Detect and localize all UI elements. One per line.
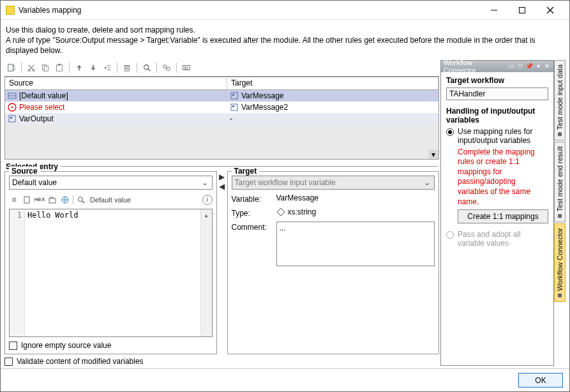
radio-use-mapping[interactable]: Use mapping rules for input/output varia… — [446, 127, 548, 145]
source-type-combo[interactable]: Default value ⌄ — [9, 176, 213, 190]
doc-icon[interactable] — [22, 195, 32, 205]
checkbox-label: Validate content of modified variables — [17, 357, 144, 366]
titlebar: Variables mapping — [1, 1, 569, 20]
triangle-right-icon: ▶ — [219, 172, 225, 181]
instructions-line1: Use this dialog to create, delete and so… — [6, 25, 564, 35]
radio-label: Use mapping rules for input/output varia… — [458, 127, 548, 145]
list-icon[interactable]: ≡ — [9, 195, 19, 205]
open-icon[interactable] — [47, 195, 57, 205]
handling-label: Handling of input/output variables — [446, 107, 548, 124]
maximize-button[interactable] — [508, 1, 536, 19]
grid-header: Source Target — [5, 77, 439, 90]
move-down-icon[interactable] — [87, 62, 99, 73]
comment-textarea[interactable]: ... — [276, 222, 435, 266]
web-icon[interactable] — [60, 195, 70, 205]
checkbox-box[interactable] — [9, 342, 17, 350]
tab-icon — [558, 214, 562, 218]
search-icon[interactable] — [76, 195, 86, 205]
instructions: Use this dialog to create, delete and so… — [1, 20, 569, 59]
panel-pin-icon[interactable]: 📌 — [525, 63, 533, 70]
splitter[interactable]: ▶ ◀ — [220, 171, 225, 354]
settings-icon[interactable] — [161, 62, 172, 73]
svg-rect-4 — [8, 64, 13, 72]
table-row[interactable]: [Default value] VarMessage — [5, 90, 439, 102]
outdent-icon[interactable] — [101, 62, 113, 73]
grid-cell: VarMessage — [241, 91, 283, 100]
svg-rect-13 — [93, 65, 94, 68]
hex-icon[interactable]: HEX — [34, 195, 45, 205]
source-fieldset: Source Default value ⌄ ≡ HEX Default val… — [4, 171, 217, 354]
source-editor-toolbar: ≡ HEX Default value i — [9, 193, 213, 206]
tab-icon — [558, 294, 562, 298]
panel-close-icon[interactable]: ✕ — [543, 63, 551, 70]
radio-on[interactable] — [446, 128, 454, 136]
ignore-empty-checkbox[interactable]: Ignore empty source value — [9, 341, 213, 350]
type-label: Type: — [232, 207, 273, 218]
workflow-connector-panel: Workflow Connector ▭ □ 📌 ▾ ✕ Target work… — [440, 60, 554, 366]
triangle-left-icon: ◀ — [219, 182, 225, 191]
editor-mode-label: Default value — [90, 196, 131, 204]
combo-value: Default value — [12, 178, 57, 187]
paste-icon[interactable] — [54, 62, 65, 73]
move-up-icon[interactable] — [73, 62, 85, 73]
svg-rect-37 — [10, 117, 12, 119]
comment-label: Comment: — [232, 222, 273, 232]
copy-icon[interactable] — [40, 62, 51, 73]
var-icon — [230, 103, 239, 112]
close-button[interactable] — [536, 1, 564, 19]
svg-point-22 — [144, 65, 149, 70]
panel-restore-icon[interactable]: ▭ — [507, 63, 515, 70]
scroll-down-icon[interactable]: ▾ — [428, 150, 439, 159]
ok-button[interactable]: OK — [518, 373, 563, 388]
grid-cell: [Default value] — [19, 91, 68, 100]
table-row[interactable]: VarOutput - — [5, 113, 439, 124]
delete-icon[interactable] — [121, 62, 133, 73]
grid-cell: VarOutput — [19, 114, 54, 123]
svg-rect-12 — [79, 68, 80, 70]
type-value: xs:string — [288, 207, 317, 216]
svg-text:M: M — [184, 66, 188, 70]
minimize-button[interactable] — [480, 1, 508, 19]
warning-icon — [8, 103, 17, 112]
panel-max-icon[interactable]: □ — [516, 63, 524, 70]
radio-pass-adopt[interactable]: Pass and adopt all variable values — [446, 230, 548, 248]
col-source[interactable]: Source — [5, 77, 227, 89]
source-editor[interactable]: 1 Hello World ▴ — [9, 209, 213, 337]
checkbox-label: Ignore empty source value — [21, 341, 111, 350]
radio-off[interactable] — [446, 231, 454, 239]
table-row[interactable]: Please select VarMessage2 — [5, 102, 439, 113]
dialog-footer: OK — [1, 368, 569, 391]
grid-body: [Default value] VarMessage Please select — [5, 90, 439, 159]
tab-test-input[interactable]: Test mode input data — [554, 60, 566, 140]
grid-cell: Please select — [19, 103, 64, 112]
tab-test-result[interactable]: Test mode end result — [554, 142, 566, 222]
radio-label: Pass and adopt all variable values — [458, 230, 548, 248]
panel-dropdown-icon[interactable]: ▾ — [534, 63, 542, 70]
tab-workflow-connector[interactable]: Workflow Connector — [554, 223, 566, 302]
svg-point-33 — [11, 106, 13, 108]
rules-toolbar: + M — [4, 60, 439, 77]
checkbox-box[interactable] — [4, 358, 13, 366]
selected-entry-heading: Selected entry — [4, 162, 439, 171]
svg-rect-10 — [57, 65, 63, 72]
validate-checkbox[interactable]: Validate content of modified variables — [4, 357, 439, 366]
svg-rect-1 — [520, 7, 525, 13]
chevron-down-icon: ⌄ — [423, 178, 431, 187]
editor-content[interactable]: Hello World — [25, 209, 200, 336]
target-fieldset: Target Target workflow input variable ⌄ … — [227, 171, 440, 354]
info-icon[interactable]: i — [202, 195, 213, 205]
combo-value: Target workflow input variable — [235, 178, 336, 187]
panel-titlebar[interactable]: Workflow Connector ▭ □ 📌 ▾ ✕ — [441, 61, 553, 72]
col-target[interactable]: Target — [227, 77, 439, 89]
cut-icon[interactable] — [26, 62, 37, 73]
svg-rect-11 — [58, 64, 61, 66]
module-icon[interactable]: M — [181, 62, 192, 73]
new-rule-icon[interactable]: + — [6, 62, 17, 73]
type-icon — [276, 207, 285, 216]
target-workflow-field[interactable]: TAHandler — [446, 87, 548, 100]
scrollbar[interactable]: ▴ — [200, 209, 212, 336]
rules-grid[interactable]: Source Target [Default value] VarMessage — [4, 77, 439, 160]
create-mappings-button[interactable]: Create 1:1 mappings — [458, 209, 548, 223]
svg-text:+: + — [13, 67, 16, 72]
find-icon[interactable] — [141, 62, 153, 73]
